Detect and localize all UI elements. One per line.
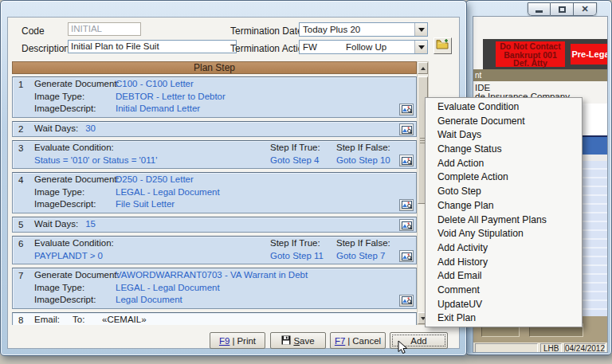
plan-step-row-2[interactable]: 2Wait Days:30: [12, 121, 417, 138]
image-viewer-icon-button[interactable]: [399, 155, 414, 166]
termination-action-label: Termination Action: [230, 43, 308, 54]
wait-days-label: Wait Days:: [34, 218, 78, 231]
menu-item-add-activity[interactable]: Add Activity: [426, 241, 582, 256]
step-field-label: Image Type:: [34, 91, 116, 104]
image-viewer-icon-button[interactable]: [399, 123, 414, 135]
step-number: 8: [13, 314, 34, 326]
step-field-label: Image Type:: [34, 186, 116, 199]
menu-item-delete-all-payment-plans[interactable]: Delete All Payment Plans: [426, 213, 582, 228]
step-number: 2: [13, 123, 34, 135]
chevron-down-icon[interactable]: [414, 23, 427, 36]
step-body: Wait Days:30: [34, 123, 398, 135]
step-field-value: DEBTOR - Letter to Debtor: [116, 92, 226, 101]
menu-item-goto-step[interactable]: Goto Step: [426, 185, 582, 199]
step-number: 7: [13, 269, 34, 307]
menu-item-change-status[interactable]: Change Status: [426, 143, 582, 157]
email-to-label: To:: [73, 314, 102, 326]
menu-item-add-action[interactable]: Add Action: [426, 157, 582, 171]
do-not-contact-line: Do Not Contact: [496, 42, 565, 51]
menu-item-void-any-stipulation[interactable]: Void Any Stipulation: [426, 227, 582, 241]
menu-item-updateuv[interactable]: UpdateUV: [426, 298, 582, 312]
step-if-true-value: Goto Step 11: [270, 250, 336, 263]
termination-date-combo[interactable]: Today Plus 20: [299, 22, 428, 37]
pre-legal-badge: Pre-Legal: [571, 44, 608, 65]
print-fkey: F9: [219, 336, 230, 346]
maximize-icon: [559, 6, 566, 13]
step-if-true-label: Step If True:: [270, 142, 336, 155]
termination-date-label: Termination Date: [230, 25, 303, 37]
plan-step-row-8[interactable]: 8Email:To:«CEMAIL»: [12, 312, 417, 326]
cancel-fkey: F7: [335, 336, 345, 346]
image-viewer-icon-button[interactable]: [399, 219, 414, 231]
menu-item-generate-document[interactable]: Generate Document: [426, 115, 582, 129]
do-not-contact-badge: Do Not ContactBankrupt 001Def. Atty: [496, 41, 565, 67]
plan-step-row-3[interactable]: 3Evaluate Condition:Status = '010' or St…: [12, 140, 417, 169]
step-if-false-value: Goto Step 10: [336, 155, 398, 167]
step-field-value: LEGAL - Legal Document: [116, 283, 220, 292]
minimize-button[interactable]: [528, 2, 551, 16]
step-field-value: D250 - D250 Letter: [116, 174, 194, 184]
termination-action-combo[interactable]: FW Follow Up: [299, 40, 428, 54]
image-viewer-icon-button[interactable]: [399, 104, 414, 115]
menu-item-exit-plan[interactable]: Exit Plan: [426, 311, 582, 326]
fkey-separator: |: [347, 336, 350, 346]
plan-step-list: Plan Step 1Generate Document:C100 - C100…: [12, 61, 429, 325]
folder-plus-icon: [436, 39, 449, 53]
step-field-value: Initial Demand Letter: [116, 104, 200, 113]
section-bar: nt: [473, 69, 607, 81]
code-input[interactable]: INITIAL: [68, 22, 141, 36]
wait-days-label: Wait Days:: [34, 123, 78, 135]
description-label: Description: [22, 43, 69, 54]
image-viewer-icon-button[interactable]: [399, 250, 414, 262]
code-label: Code: [22, 25, 45, 37]
step-field-label: Generate Document:: [34, 78, 116, 91]
print-button[interactable]: F9| Print: [210, 332, 265, 349]
image-viewer-icon: [402, 157, 412, 165]
chevron-down-icon[interactable]: [414, 41, 427, 53]
step-field-value: VAWORDWARRANT0703 - VA Warrant in Debt: [116, 270, 308, 280]
image-viewer-icon-button[interactable]: [399, 199, 414, 211]
plan-step-row-5[interactable]: 5Wait Days:15: [12, 217, 417, 233]
dialog-content: Code INITIAL Description Initial Plan to…: [7, 17, 460, 349]
menu-item-evaluate-condition[interactable]: Evaluate Condition: [426, 100, 582, 115]
plan-step-row-6[interactable]: 6Evaluate Condition:PAYPLANDT > 0Step If…: [12, 236, 417, 264]
status-cell: [475, 343, 538, 353]
menu-item-wait-days[interactable]: Wait Days: [426, 128, 582, 143]
step-if-false-value: Goto Step 7: [336, 250, 398, 263]
plan-step-row-4[interactable]: 4Generate Document:D250 - D250 LetterIma…: [12, 172, 417, 213]
user-initials: LHB: [540, 343, 562, 353]
save-button[interactable]: Save: [270, 332, 326, 349]
description-input[interactable]: Initial Plan to File Suit: [68, 40, 237, 53]
image-viewer-icon-button[interactable]: [399, 295, 414, 307]
cancel-button[interactable]: F7| Cancel: [330, 332, 386, 349]
step-field-label: ImageDescript:: [34, 294, 116, 307]
scroll-up-button[interactable]: [418, 62, 428, 74]
step-if-false-label: Step If False:: [336, 237, 398, 250]
plan-step-header: Plan Step: [12, 61, 417, 74]
triangle-up-icon: [421, 67, 426, 70]
menu-item-comment[interactable]: Comment: [426, 284, 582, 298]
plan-editor-dialog: Code INITIAL Description Initial Plan to…: [0, 0, 467, 356]
save-label: Save: [293, 336, 314, 346]
plan-step-row-1[interactable]: 1Generate Document:C100 - C100 LetterIma…: [12, 76, 417, 118]
step-field-value: File Suit Letter: [116, 199, 175, 209]
cancel-label: Cancel: [352, 336, 381, 346]
maximize-button[interactable]: [551, 2, 574, 16]
image-viewer-icon: [402, 252, 412, 260]
menu-item-add-history[interactable]: Add History: [426, 256, 582, 270]
menu-item-change-plan[interactable]: Change Plan: [426, 199, 582, 213]
step-if-true-value: Goto Step 4: [270, 155, 336, 167]
step-body: Evaluate Condition:PAYPLANDT > 0Step If …: [34, 237, 398, 262]
menu-item-complete-action[interactable]: Complete Action: [426, 170, 582, 185]
step-field-label: ImageDescript:: [34, 103, 116, 115]
wait-days-value: 30: [85, 123, 96, 133]
close-button[interactable]: ✕: [574, 2, 597, 16]
save-icon: [281, 335, 291, 346]
step-field-label: Generate Document:: [34, 174, 116, 186]
step-body: Email:To:«CEMAIL»: [34, 314, 398, 326]
minimize-icon: [536, 10, 543, 13]
plan-step-row-7[interactable]: 7Generate Document:VAWORDWARRANT0703 - V…: [12, 268, 417, 309]
print-label: Print: [237, 336, 256, 346]
open-folder-button[interactable]: [434, 37, 452, 54]
menu-item-add-email[interactable]: Add Email: [426, 269, 582, 284]
